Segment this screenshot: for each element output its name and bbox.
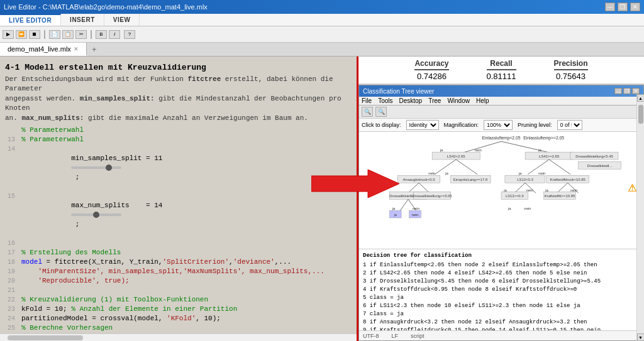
file-tab-active[interactable]: demo_mat4_live.mlx ✕ — [0, 43, 87, 56]
toolbar-btn-3[interactable]: ⏹ — [29, 30, 40, 39]
svg-text:Kraftstoffd>=10.85: Kraftstoffd>=10.85 — [545, 194, 575, 198]
menu-tools[interactable]: Tools — [378, 97, 392, 104]
new-tab-button[interactable]: + — [87, 43, 102, 56]
dt-line-7: 7 class = ja — [363, 310, 640, 318]
maximize-button[interactable]: ❐ — [618, 3, 628, 11]
slider-1-thumb — [106, 165, 112, 171]
code-line-13: 13 % Parameterwahl — [0, 135, 357, 144]
svg-text:ja: ja — [518, 171, 522, 175]
file-tab-close[interactable]: ✕ — [74, 46, 79, 52]
scroll-up[interactable]: ▲ — [637, 94, 645, 102]
svg-text:ja: ja — [545, 188, 548, 192]
tree-options-row: Click to display: Identity Magnification… — [359, 119, 643, 132]
ribbon-tabs: LIVE EDITOR INSERT VIEW — [0, 14, 644, 26]
tree-viewer-toolbar: 🔍 🔍 — [359, 106, 643, 119]
slider-2[interactable] — [71, 214, 121, 216]
tree-viewer-titlebar: Classification Tree viewer — ❐ ✕ — [359, 85, 643, 97]
menu-file[interactable]: File — [362, 97, 372, 104]
toolbar-btn-1[interactable]: ▶ — [3, 30, 14, 39]
tree-minimize[interactable]: — — [614, 88, 622, 94]
code-content-19: 'MinParentSize', min_samples_split,'MaxN… — [19, 267, 357, 276]
scrollbar-thumb-h[interactable] — [8, 335, 83, 340]
menu-desktop[interactable]: Desktop — [399, 97, 422, 104]
code-line-21: 21 — [0, 286, 357, 295]
toolbar-btn-5[interactable]: 📋 — [62, 30, 74, 39]
metric-recall-label: Recall — [487, 59, 516, 70]
pruning-label: Pruning level: — [518, 122, 552, 128]
code-line-14: 14 min_samples_split = 11 ; — [0, 144, 357, 192]
code-content-18: model = fitctree(X_train, Y_train,'Split… — [19, 257, 357, 267]
svg-text:nein: nein — [428, 171, 435, 175]
toolbar-btn-7[interactable]: B — [96, 30, 107, 39]
svg-text:nein: nein — [538, 171, 545, 175]
svg-text:ja: ja — [392, 207, 396, 210]
toolbar: ▶ ⏩ ⏹ 📄 📋 ✂ B I ? — [0, 26, 644, 43]
str-splitcriterion: 'SplitCriterion' — [162, 258, 229, 266]
status-le: LF — [392, 333, 399, 339]
magnification-select[interactable]: 100% — [484, 120, 513, 130]
tree-close[interactable]: ✕ — [632, 88, 640, 94]
metric-precision-label: Precision — [554, 59, 588, 70]
close-button[interactable]: ✕ — [630, 3, 640, 11]
horizontal-scrollbar[interactable] — [0, 333, 357, 341]
code-line-23: 23 kFold = 10; % Anzahl der Elemente in … — [0, 305, 357, 314]
slider-1[interactable] — [71, 166, 121, 169]
menu-tree[interactable]: Tree — [428, 97, 441, 104]
code-content-20: 'Reproducible', true); — [19, 276, 357, 286]
toolbar-btn-4[interactable]: 📄 — [49, 30, 60, 39]
code-line-15: 15 max_num_splits = 14 ; — [0, 192, 357, 239]
code-line-17: 17 % Erstellung des Modells — [0, 248, 357, 257]
fitctree-bold: fitctree — [187, 75, 221, 83]
code-content-15: max_num_splits = 14 ; — [19, 192, 357, 239]
code-line-16: 16 — [0, 239, 357, 248]
metric-precision: Precision 0.75643 — [554, 59, 588, 81]
scroll-thumb[interactable] — [638, 105, 643, 124]
code-content-14: min_samples_split = 11 ; — [19, 144, 357, 192]
svg-text:ja: ja — [503, 188, 507, 192]
tab-live-editor[interactable]: LIVE EDITOR — [0, 14, 61, 26]
toolbar-btn-8[interactable]: I — [109, 30, 120, 39]
editor-content[interactable]: 4-1 Modell erstellen mit Kreuzvalidierun… — [0, 57, 357, 333]
svg-text:Einlassluftemp<2.05: Einlassluftemp<2.05 — [482, 136, 521, 141]
code-content-22: % Kreuzvalidierung (1) mit Toolbox-Funkt… — [19, 295, 357, 305]
section-1-heading: 4-1 Modell erstellen mit Kreuzvalidierun… — [0, 59, 357, 73]
code-content-23: kFold = 10; % Anzahl der Elemente in ein… — [19, 305, 357, 314]
dt-line-4: 4 if Kraftstoffdruck<0.95 then node 8 el… — [363, 286, 640, 294]
str-deviance: 'deviance' — [233, 258, 275, 266]
toolbar-divider-2 — [91, 30, 92, 39]
dt-line-2: 2 if LS42<2.65 then node 4 elseif LS42>=… — [363, 269, 640, 278]
menu-window[interactable]: Window — [447, 97, 470, 104]
window-title: Live Editor - C:\MATLAB\elab2go\demo-mat… — [4, 3, 208, 11]
scroll-down[interactable]: ▼ — [637, 333, 645, 341]
svg-text:nein: nein — [570, 188, 577, 192]
svg-text:Kraftstoffdruck<10.85: Kraftstoffdruck<10.85 — [550, 178, 586, 181]
kw-model: model — [21, 258, 42, 266]
tree-zoom-in[interactable]: 🔍 — [362, 107, 373, 117]
minimize-button[interactable]: — — [605, 3, 615, 11]
tree-svg: Einlassluftemp<2.05 Einlassluftemp>=2.05… — [359, 132, 643, 249]
svg-marker-0 — [311, 170, 399, 198]
tree-viewer-title: Classification Tree viewer — [363, 88, 434, 95]
slider-2-thumb — [93, 212, 99, 218]
code-line-25: 25 % Berechne Vorhersagen — [0, 323, 357, 333]
tree-status-bar: UTF-8 LF script — [359, 330, 643, 340]
toolbar-btn-6[interactable]: ✂ — [75, 30, 87, 39]
tree-maximize[interactable]: ❐ — [623, 88, 631, 94]
menu-help[interactable]: Help — [476, 97, 489, 104]
svg-text:nein: nein — [413, 207, 419, 210]
svg-text:Drosselklstellung>=3.05: Drosselklstellung>=3.05 — [413, 194, 453, 198]
scroll-track — [638, 102, 644, 333]
decision-title: Decision tree for classification — [363, 252, 640, 260]
toolbar-help[interactable]: ? — [124, 30, 135, 39]
pruning-select[interactable]: 0 of 5 — [557, 120, 582, 130]
warning-indicator: ⚠ — [628, 182, 636, 194]
code-content-21 — [19, 286, 357, 295]
svg-text:ja: ja — [440, 148, 443, 152]
toolbar-btn-2[interactable]: ⏩ — [16, 30, 27, 39]
tree-zoom-out[interactable]: 🔍 — [375, 107, 387, 117]
tab-insert[interactable]: INSERT — [61, 14, 104, 26]
svg-text:LS12<0.3: LS12<0.3 — [517, 178, 533, 181]
right-scrollbar[interactable]: ▲ ▼ — [636, 94, 644, 341]
click-display-select[interactable]: Identity — [406, 120, 439, 130]
tab-view[interactable]: VIEW — [104, 14, 140, 26]
